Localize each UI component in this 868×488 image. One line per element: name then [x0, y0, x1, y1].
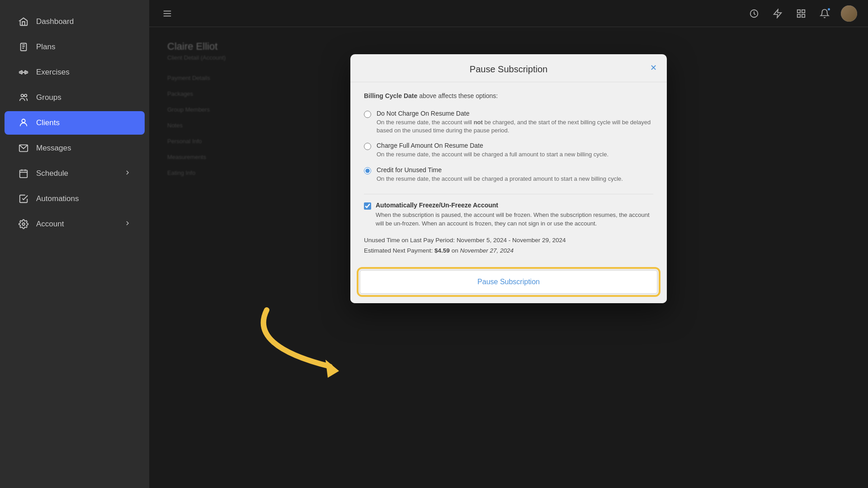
radio-desc-full-amount: On the resume date, the account will be … [377, 150, 609, 159]
history-icon[interactable] [747, 6, 761, 21]
modal-body[interactable]: Billing Cycle Date above affects these o… [350, 82, 667, 265]
radio-item-full-amount: Charge Full Amount On Resume Date On the… [364, 142, 653, 159]
modal-title: Pause Subscription [470, 64, 547, 74]
avatar-image [841, 5, 857, 22]
sidebar-item-automations[interactable]: Automations [5, 187, 145, 211]
sidebar-item-label: Plans [36, 42, 56, 52]
radio-credit[interactable] [364, 167, 371, 174]
sidebar-item-label: Account [36, 220, 64, 229]
section-divider [364, 194, 653, 194]
sidebar-item-label: Messages [36, 144, 71, 153]
notification-icon[interactable] [817, 6, 832, 21]
next-payment-on: on [452, 247, 460, 254]
main-content: Claire Elliot Client Detail (Account) Pa… [149, 0, 868, 488]
lightning-icon[interactable] [770, 6, 785, 21]
auto-freeze-content: Automatically Freeze/Un-Freeze Account W… [376, 202, 653, 228]
sidebar-item-label: Exercises [36, 68, 70, 77]
arrow-annotation [240, 301, 384, 384]
sidebar-item-label: Dashboard [36, 17, 74, 26]
radio-full-amount[interactable] [364, 143, 371, 150]
radio-label-no-charge: Do Not Charge On Resume Date On the resu… [377, 110, 653, 135]
svg-rect-25 [797, 14, 800, 17]
svg-marker-27 [326, 360, 339, 378]
svg-point-10 [24, 94, 27, 97]
svg-rect-26 [802, 14, 805, 17]
auto-freeze-checkbox[interactable] [364, 202, 371, 210]
check-square-icon [18, 193, 29, 204]
menu-icon[interactable] [160, 6, 175, 21]
radio-no-charge[interactable] [364, 111, 371, 118]
sidebar-item-label: Groups [36, 93, 61, 102]
radio-label-full-amount: Charge Full Amount On Resume Date On the… [377, 142, 609, 159]
svg-point-17 [22, 223, 25, 225]
radio-item-credit: Credit for Unused Time On the resume dat… [364, 166, 653, 183]
radio-desc-credit: On the resume date, the account will be … [377, 175, 623, 183]
home-icon [18, 16, 29, 27]
sidebar: Dashboard Plans Exercises Groups Clients… [0, 0, 149, 488]
content-background: Claire Elliot Client Detail (Account) Pa… [149, 27, 868, 488]
billing-options-group: Do Not Charge On Resume Date On the resu… [364, 110, 653, 183]
pause-subscription-button[interactable]: Pause Subscription [359, 270, 658, 294]
sidebar-item-label: Schedule [36, 169, 68, 178]
billing-note-bold: Billing Cycle Date [364, 92, 417, 99]
grid-icon[interactable] [794, 6, 808, 21]
sidebar-item-plans[interactable]: Plans [5, 35, 145, 59]
sidebar-item-account[interactable]: Account [5, 212, 145, 236]
svg-rect-13 [20, 170, 28, 178]
sidebar-item-label: Clients [36, 118, 60, 127]
clipboard-icon [18, 42, 29, 52]
sidebar-item-clients[interactable]: Clients [5, 111, 145, 135]
users-icon [18, 92, 29, 103]
radio-item-no-charge: Do Not Charge On Resume Date On the resu… [364, 110, 653, 135]
next-payment-amount: $4.59 [434, 247, 450, 254]
mail-icon [18, 143, 29, 154]
next-payment-date: November 27, 2024 [460, 247, 514, 254]
radio-desc-no-charge: On the resume date, the account will not… [377, 118, 653, 135]
sidebar-item-exercises[interactable]: Exercises [5, 61, 145, 84]
svg-marker-22 [774, 9, 782, 17]
svg-point-11 [22, 119, 25, 122]
dumbbell-icon [18, 67, 29, 78]
gear-icon [18, 219, 29, 230]
next-payment-line: Estimated Next Payment: $4.59 on Novembe… [364, 246, 653, 256]
modal-header: Pause Subscription ✕ [350, 54, 667, 82]
auto-freeze-item: Automatically Freeze/Un-Freeze Account W… [364, 202, 653, 228]
auto-freeze-label: Automatically Freeze/Un-Freeze Account [376, 202, 653, 209]
chevron-right-icon [124, 220, 131, 229]
sidebar-item-label: Automations [36, 194, 79, 203]
notification-badge [827, 7, 831, 11]
svg-rect-23 [797, 9, 800, 12]
payment-info: Unused Time on Last Pay Period: November… [364, 235, 653, 256]
billing-note-text: above affects these options: [419, 92, 498, 99]
radio-title-full-amount: Charge Full Amount On Resume Date [377, 142, 609, 149]
unused-time-value: November 5, 2024 - November 29, 2024 [457, 237, 566, 244]
unused-time-label: Unused Time on Last Pay Period: [364, 237, 455, 244]
next-payment-label: Estimated Next Payment: [364, 247, 433, 254]
svg-rect-24 [802, 9, 805, 12]
user-avatar[interactable] [841, 5, 857, 22]
radio-title-no-charge: Do Not Charge On Resume Date [377, 110, 653, 117]
sidebar-item-schedule[interactable]: Schedule [5, 162, 145, 185]
chevron-right-icon [124, 169, 131, 178]
modal-overlay: Pause Subscription ✕ Billing Cycle Date … [149, 27, 868, 488]
pause-subscription-modal: Pause Subscription ✕ Billing Cycle Date … [350, 54, 667, 303]
calendar-icon [18, 168, 29, 179]
modal-footer: Pause Subscription [350, 265, 667, 303]
topbar [149, 0, 868, 27]
svg-rect-6 [21, 70, 23, 74]
auto-freeze-description: When the subscription is paused, the acc… [376, 211, 653, 228]
radio-title-credit: Credit for Unused Time [377, 166, 623, 174]
billing-note: Billing Cycle Date above affects these o… [364, 91, 653, 101]
sidebar-item-groups[interactable]: Groups [5, 86, 145, 109]
radio-label-credit: Credit for Unused Time On the resume dat… [377, 166, 623, 183]
modal-close-button[interactable]: ✕ [647, 61, 660, 74]
sidebar-item-dashboard[interactable]: Dashboard [5, 10, 145, 33]
person-icon [18, 117, 29, 128]
svg-rect-7 [25, 70, 26, 74]
sidebar-item-messages[interactable]: Messages [5, 136, 145, 160]
svg-point-9 [21, 94, 24, 97]
unused-time-line: Unused Time on Last Pay Period: November… [364, 235, 653, 246]
